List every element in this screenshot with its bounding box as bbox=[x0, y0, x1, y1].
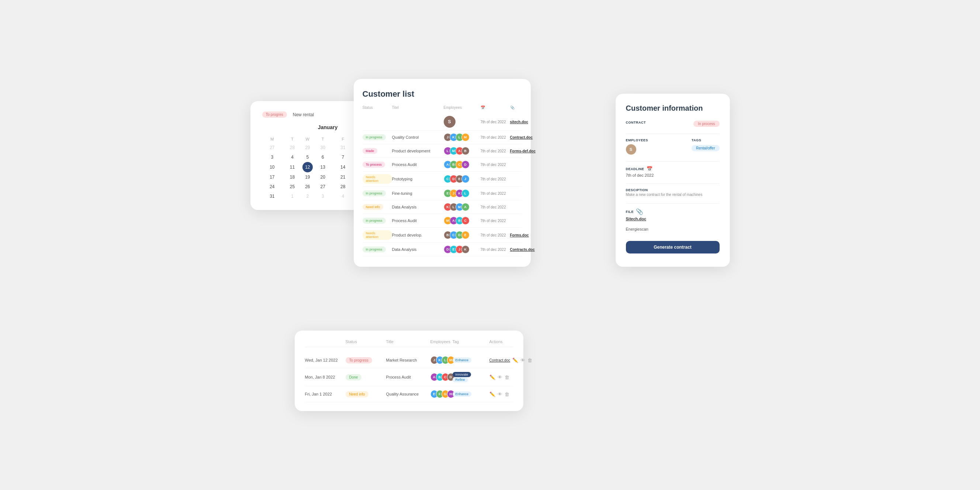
cl-row-title: Fine-tuning bbox=[392, 191, 444, 196]
clh-employees: Employees bbox=[444, 105, 480, 110]
cl-row-date: 7th of dec 2022 bbox=[480, 191, 510, 196]
cal-day[interactable]: 17 bbox=[262, 172, 283, 182]
avatar: E bbox=[461, 231, 469, 239]
cal-day[interactable]: 26 bbox=[302, 182, 313, 191]
cal-day[interactable]: 4 bbox=[282, 153, 302, 162]
row1-status: To progress bbox=[345, 357, 386, 363]
cl-row-status: In progress bbox=[363, 134, 386, 140]
cal-day[interactable]: 13 bbox=[313, 162, 333, 172]
cal-day[interactable]: 1 bbox=[282, 191, 302, 201]
cl-data-row: Needs attentionPrototypingCDEJ7th of dec… bbox=[363, 172, 522, 187]
cal-day[interactable]: 28 bbox=[282, 143, 302, 153]
cal-day[interactable]: 29 bbox=[302, 143, 313, 153]
view-icon[interactable]: 👁 bbox=[520, 358, 525, 363]
cal-day[interactable]: 25 bbox=[282, 182, 302, 191]
cal-day[interactable]: 7 bbox=[333, 153, 353, 162]
edit-icon[interactable]: ✏️ bbox=[512, 358, 518, 363]
cal-day[interactable]: 24 bbox=[262, 182, 283, 191]
cl-data-row: In progressData AnalysisDEJK7th of dec 2… bbox=[363, 243, 522, 256]
cal-day[interactable]: 6 bbox=[313, 153, 333, 162]
cl-row-status: In progress bbox=[363, 247, 386, 252]
cal-day[interactable]: 30 bbox=[313, 143, 333, 153]
cl-row-title: Quality Control bbox=[392, 135, 444, 140]
cl-row-date: 7th of dec 2022 bbox=[480, 163, 510, 167]
table-row: Wed, Jan 12 2022 To progress Market Rese… bbox=[305, 352, 513, 368]
cal-day[interactable]: 27 bbox=[313, 182, 333, 191]
ci-file-label: File bbox=[626, 210, 634, 214]
th-date bbox=[305, 339, 345, 344]
edit-icon2[interactable]: ✏️ bbox=[490, 374, 495, 380]
cl-row-doc: Contract.doc bbox=[510, 135, 547, 140]
ci-contract-row: CONTRACT In process bbox=[626, 121, 720, 127]
row3-tag[interactable]: Enhance bbox=[453, 391, 490, 397]
cl-data-row: MadeProduct developmentLMAB7th of dec 20… bbox=[363, 144, 522, 158]
ci-extra-section: Energiescan bbox=[626, 227, 720, 231]
cal-day[interactable]: 10 bbox=[262, 162, 283, 172]
cal-day[interactable]: 31 bbox=[262, 191, 283, 201]
cl-row-status: Made bbox=[363, 148, 378, 154]
cal-day[interactable]: 18 bbox=[282, 172, 302, 182]
cal-day[interactable]: 19 bbox=[302, 172, 313, 182]
avatar: J bbox=[461, 175, 469, 183]
cal-day[interactable]: 21 bbox=[333, 172, 353, 182]
table-row: Mon, Jan 8 2022 Done Process Audit A B C… bbox=[305, 368, 513, 386]
cal-day[interactable]: 11 bbox=[282, 162, 302, 172]
row3-title: Quality Assurance bbox=[386, 392, 430, 396]
clh-title: Titel bbox=[392, 105, 444, 110]
row3-status: Need info bbox=[345, 391, 386, 398]
row1-tag[interactable]: Enhance bbox=[453, 358, 490, 363]
customer-list-header: Status Titel Employees 📅 📎 bbox=[363, 105, 522, 110]
th-actions: Actions bbox=[490, 339, 523, 344]
customer-info-card: Customer information CONTRACT In process… bbox=[616, 94, 730, 267]
generate-contract-button[interactable]: Generate contract bbox=[626, 241, 720, 253]
view-icon2[interactable]: 👁 bbox=[498, 374, 502, 380]
avatar: D bbox=[461, 161, 469, 169]
cal-day[interactable]: 3 bbox=[313, 191, 333, 201]
delete-icon[interactable]: 🗑 bbox=[527, 358, 532, 363]
cal-day[interactable]: 5 bbox=[302, 153, 313, 162]
edit-icon3[interactable]: ✏️ bbox=[490, 391, 495, 397]
cal-day[interactable]: 2 bbox=[302, 191, 313, 201]
cal-day[interactable]: 4 bbox=[333, 191, 353, 201]
ci-desc-label: Desciption bbox=[626, 188, 720, 192]
cl-first-row: S 7th of dec 2022 sitech.doc bbox=[363, 113, 522, 130]
row2-title: Process Audit bbox=[386, 375, 430, 379]
cl-row-date: 7th of dec 2022 bbox=[480, 135, 510, 140]
cl-first-doc: sitech.doc bbox=[510, 120, 547, 124]
clh-status: Status bbox=[363, 105, 392, 110]
calendar-icon: 📅 bbox=[647, 166, 652, 172]
cl-row-date: 7th of dec 2022 bbox=[480, 248, 510, 251]
cl-row-status: Needs attention bbox=[363, 230, 392, 240]
cl-row-title: Data Analysis bbox=[392, 205, 444, 209]
cl-row-title: Data Analysis bbox=[392, 247, 444, 251]
cal-day[interactable]: 3 bbox=[262, 153, 283, 162]
cal-day[interactable]: 14 bbox=[333, 162, 353, 172]
cal-day[interactable]: 31 bbox=[333, 143, 353, 153]
delete-icon3[interactable]: 🗑 bbox=[504, 391, 509, 397]
cal-day[interactable]: 20 bbox=[313, 172, 333, 182]
cal-header-t2: T bbox=[313, 135, 333, 143]
cl-data-row: In progressFine-tuningEJKL7th of dec 202… bbox=[363, 187, 522, 200]
cl-row-status: In progress bbox=[363, 190, 386, 196]
cl-row-date: 7th of dec 2022 bbox=[480, 233, 510, 237]
cal-day[interactable]: 28 bbox=[333, 182, 353, 191]
cl-row-employees: JKLM bbox=[444, 133, 480, 141]
row2-tags[interactable]: Innovate Refine bbox=[453, 372, 490, 382]
cal-header-w: W bbox=[302, 135, 313, 143]
avatar: A bbox=[461, 203, 469, 211]
avatar: M bbox=[461, 133, 469, 141]
row3-date: Fri, Jan 1 2022 bbox=[305, 392, 345, 396]
cal-day[interactable]: 12 bbox=[302, 162, 313, 172]
ci-employees-tags-row: Employees S Tags Rental/offer bbox=[626, 138, 720, 154]
cal-header-t1: T bbox=[282, 135, 302, 143]
row3-employees: E F G H bbox=[430, 390, 453, 398]
cl-row-doc: Contracts.doc bbox=[510, 248, 547, 251]
clh-clip: 📎 bbox=[510, 105, 547, 110]
cl-row-status: In progress bbox=[363, 218, 386, 224]
ci-contract-status: In process bbox=[694, 121, 719, 127]
cl-data-row: Needs attentionProduct develop.BCDE7th o… bbox=[363, 228, 522, 243]
cal-day[interactable]: 27 bbox=[262, 143, 283, 153]
ci-employee-avatar: S bbox=[626, 144, 636, 154]
delete-icon2[interactable]: 🗑 bbox=[504, 374, 509, 380]
view-icon3[interactable]: 👁 bbox=[498, 391, 502, 397]
